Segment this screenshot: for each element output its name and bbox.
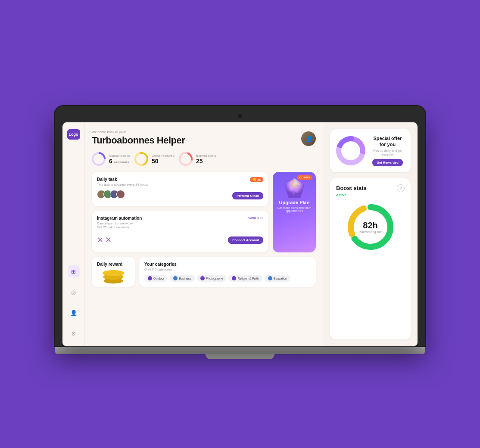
donut-center: 82h Total working time (358, 221, 382, 233)
page-title: Turboabonnes Helper (92, 135, 185, 146)
categories-subtitle: Only 3-5 categories (144, 268, 311, 271)
svg-point-2 (289, 187, 293, 191)
category-tag[interactable]: Business (170, 275, 194, 282)
offer-subtitle: Visit us daily and get rewarded (371, 149, 405, 156)
laptop-stand (206, 354, 274, 359)
stat-ring-burned (176, 149, 195, 168)
sidebar-icon-grid[interactable]: ⊞ (68, 265, 80, 277)
stat-value-coins: 50 (152, 158, 175, 165)
laptop-base (55, 346, 425, 354)
pro-subtitle: Get more coins and team opportunities (277, 206, 312, 212)
camera (238, 114, 242, 118)
stat-ring-coins (132, 149, 151, 168)
svg-point-3 (295, 190, 298, 193)
special-offer-card: Special offer for you Visit us daily and… (330, 129, 411, 172)
daily-task-title: Daily task (97, 177, 148, 182)
instagram-desc2: Get 25 coins everyday (97, 225, 142, 229)
stat-burned: Burned coins 25 (179, 152, 216, 166)
laptop-screen: Logo ⊞ ◎ 👤 ⚙ Welcome back to your Turboa… (62, 122, 418, 346)
category-tag[interactable]: Outdoor (144, 275, 168, 282)
help-button[interactable]: ? (397, 184, 405, 192)
get-rewarded-button[interactable]: Get Rewarded (372, 159, 402, 166)
welcome-text: Welcome back to your (92, 130, 185, 134)
x-icon-2: ✕ (105, 235, 112, 245)
pro-title: Upgrade Plan (279, 200, 310, 205)
stat-label-subscribed: Subscribed to (109, 154, 130, 158)
tag-dot-icon (232, 276, 236, 280)
boost-title: Boost stats (336, 185, 367, 191)
boost-status: Active (336, 193, 405, 197)
donut-hours: 82h (358, 221, 382, 230)
category-tag[interactable]: Religion & Faith (228, 275, 262, 282)
offer-title: Special offer for you (371, 135, 405, 148)
what-is-it-link[interactable]: What is it? (248, 216, 263, 220)
offer-content: Special offer for you Visit us daily and… (371, 135, 405, 166)
sidebar-icon-settings[interactable]: ◎ (68, 286, 80, 298)
boost-stats-card: Boost stats ? Active (330, 178, 411, 339)
sidebar: Logo ⊞ ◎ 👤 ⚙ (62, 122, 85, 346)
coin-badge: 🪙 25 (250, 177, 263, 182)
main-content: Welcome back to your Turboabonnes Helper… (85, 122, 418, 346)
daily-task-subtitle: This task is updated every 24 hours (97, 183, 148, 187)
stat-value-burned: 25 (196, 158, 216, 165)
stat-ring-subscribed (89, 149, 108, 168)
left-cards: Daily task This task is updated every 24… (92, 172, 268, 252)
donut-label: Total working time (358, 230, 382, 233)
donut-container: 82h Total working time (345, 201, 396, 253)
gem-icon (283, 176, 306, 200)
offer-row: Special offer for you Visit us daily and… (336, 135, 405, 166)
instagram-automation-card: Instagram automation Campaign runs every… (92, 211, 268, 252)
category-tag[interactable]: Photography (197, 275, 227, 282)
sidebar-icon-gear[interactable]: ⚙ (68, 327, 80, 339)
daily-reward-card: Daily reward (92, 257, 135, 287)
laptop-wrapper: Logo ⊞ ◎ 👤 ⚙ Welcome back to your Turboa… (55, 106, 425, 359)
sidebar-logo[interactable]: Logo (67, 129, 80, 140)
right-panel: Special offer for you Visit us daily and… (323, 122, 418, 346)
header: Welcome back to your Turboabonnes Helper… (92, 130, 316, 146)
x-icons: ✕ ✕ (97, 235, 112, 245)
offer-donut (331, 131, 371, 171)
daily-task-card: Daily task This task is updated every 24… (92, 172, 268, 206)
instagram-desc1: Campaign runs everyday (97, 221, 142, 225)
categories-card: Your categories Only 3-5 categories Outd… (139, 257, 316, 287)
category-tags: OutdoorBusinessPhotographyReligion & Fai… (144, 275, 311, 282)
screen-bezel: Logo ⊞ ◎ 👤 ⚙ Welcome back to your Turboa… (55, 106, 425, 346)
svg-point-4 (292, 193, 295, 195)
pro-upgrade-card[interactable]: GO PRO (273, 172, 316, 252)
stats-row: Subscribed to 6 accounts Coins received … (92, 152, 316, 166)
categories-title: Your categories (144, 262, 311, 267)
tag-dot-icon (200, 276, 205, 280)
left-panel: Welcome back to your Turboabonnes Helper… (85, 122, 323, 346)
stat-label-burned: Burned coins (196, 154, 216, 158)
connect-account-button[interactable]: Connect Account (228, 236, 263, 244)
tag-dot-icon (173, 276, 178, 280)
stat-coins: Coins received 50 (134, 152, 175, 166)
stat-subscribed: Subscribed to 6 accounts (92, 152, 130, 166)
perform-task-button[interactable]: Perform a task (232, 192, 263, 199)
tag-dot-icon (148, 276, 152, 280)
bottom-row: Daily reward Your categories Only 3-5 ca… (92, 257, 316, 287)
stat-label-coins: Coins received (152, 154, 175, 158)
avatars-row (97, 190, 123, 199)
x-icon-1: ✕ (97, 235, 103, 245)
cards-grid: Daily task This task is updated every 24… (92, 172, 316, 252)
go-pro-badge: GO PRO (297, 175, 312, 180)
daily-reward-title: Daily reward (97, 262, 130, 267)
coin-stack (97, 270, 130, 282)
tag-dot-icon (268, 276, 272, 280)
stat-value-subscribed: 6 accounts (109, 158, 130, 165)
sidebar-icon-user[interactable]: 👤 (68, 307, 80, 319)
instagram-title: Instagram automation (97, 216, 142, 221)
category-tag[interactable]: Education (265, 275, 290, 282)
avatar: 👤 (301, 131, 316, 146)
